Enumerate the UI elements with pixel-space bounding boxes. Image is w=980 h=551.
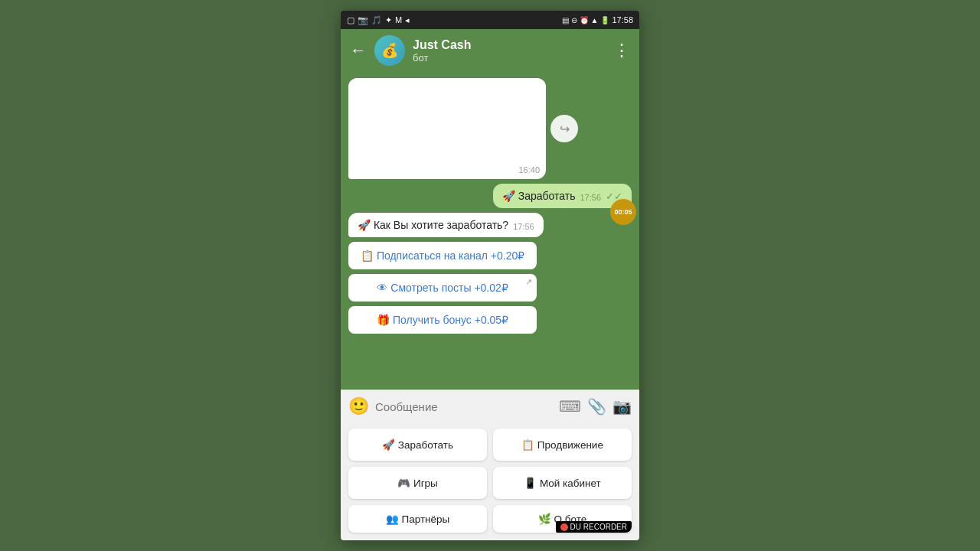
kb-btn-partners[interactable]: 👥 Партнёры [348,505,487,533]
kb-btn-games[interactable]: 🎮 Игры [348,467,487,499]
inline-buttons-group: 📋 Подписаться на канал +0.20₽ 👁 Смотреть… [348,242,537,334]
inline-btn-watch[interactable]: 👁 Смотреть посты +0.02₽ ↗ [348,274,537,302]
bot-message-text: 🚀 Как Вы хотите заработать? [358,219,508,231]
forward-button[interactable]: ↪ [550,115,578,142]
bot-image-message-row: 16:40 ↪ [348,78,578,179]
bot-image-bubble: 16:40 [348,78,546,179]
kb-btn-about[interactable]: 🌿 О боте DU RECORDER [493,505,632,533]
kb-btn-cabinet[interactable]: 📱 Мой кабинет [493,467,632,499]
mail-icon: M [395,15,402,24]
bot-message-time: 17:56 [513,222,534,231]
cast-icon: ▤ [562,16,569,24]
message-input[interactable] [375,400,553,413]
status-bar: ▢ 📷 🎵 ✦ M ◂ ▤ ⊖ ⏰ ▲ 🔋 17:58 [341,11,639,29]
scroll-to-bottom-button[interactable]: 00:05 [610,199,636,225]
chat-area: 16:40 ↪ 🚀 Заработать 17:56 ✓✓ 🚀 Как Вы х… [341,72,639,390]
kb-btn-earn[interactable]: 🚀 Заработать [348,429,487,461]
navigation-icon: ◂ [405,15,410,25]
chat-title-block: Just Cash бот [413,38,606,64]
camera-icon: 📷 [358,15,368,25]
emoji-button[interactable]: 🙂 [348,396,369,416]
chat-title: Just Cash [413,38,471,52]
battery-icon: 🔋 [600,16,609,24]
camera-button[interactable]: 📷 [612,397,632,416]
chat-subtitle: бот [413,52,606,64]
audio-icon: 🎵 [371,15,382,25]
alarm-icon: ⏰ [580,16,589,24]
quick-reply-keyboard: 🚀 Заработать 📋 Продвижение 🎮 Игры 📱 Мой … [341,422,639,540]
more-button[interactable]: ⋮ [613,41,630,60]
kb-btn-promo[interactable]: 📋 Продвижение [493,429,632,461]
du-recorder-dot [560,523,568,531]
sent-message-time: 17:56 [580,193,601,202]
inline-btn-subscribe[interactable]: 📋 Подписаться на канал +0.20₽ [348,242,537,269]
avatar: 💰 [374,35,405,66]
time-display: 17:58 [612,15,633,24]
message-time-1640: 16:40 [348,162,546,179]
bot-text-message: 🚀 Как Вы хотите заработать? 17:56 [348,213,544,237]
chat-toolbar: ← 💰 Just Cash бот ⋮ [341,29,639,72]
message-image [348,78,546,162]
dnd-icon: ⊖ [571,16,577,24]
inline-btn-bonus[interactable]: 🎁 Получить бонус +0.05₽ [348,306,537,334]
link-icon: ↗ [525,277,532,287]
sent-message-text: 🚀 Заработать [502,190,576,202]
status-bar-right: ▤ ⊖ ⏰ ▲ 🔋 17:58 [562,15,633,24]
screen-record-icon: ▢ [347,15,354,25]
location-icon: ✦ [385,15,392,25]
sent-message-earn: 🚀 Заработать 17:56 ✓✓ [493,184,632,208]
keyboard-icon-button[interactable]: ⌨ [559,397,581,416]
scroll-count: 00:05 [614,208,632,216]
message-input-area: 🙂 ⌨ 📎 📷 [341,390,639,422]
chat-wrapper: 16:40 ↪ 🚀 Заработать 17:56 ✓✓ 🚀 Как Вы х… [341,72,639,390]
attach-button[interactable]: 📎 [587,397,606,416]
watermark-text: DU RECORDER [570,523,627,531]
signal-icon: ▲ [591,16,599,24]
avatar-emoji: 💰 [381,42,398,59]
status-bar-left: ▢ 📷 🎵 ✦ M ◂ [347,15,410,25]
back-button[interactable]: ← [350,41,367,60]
